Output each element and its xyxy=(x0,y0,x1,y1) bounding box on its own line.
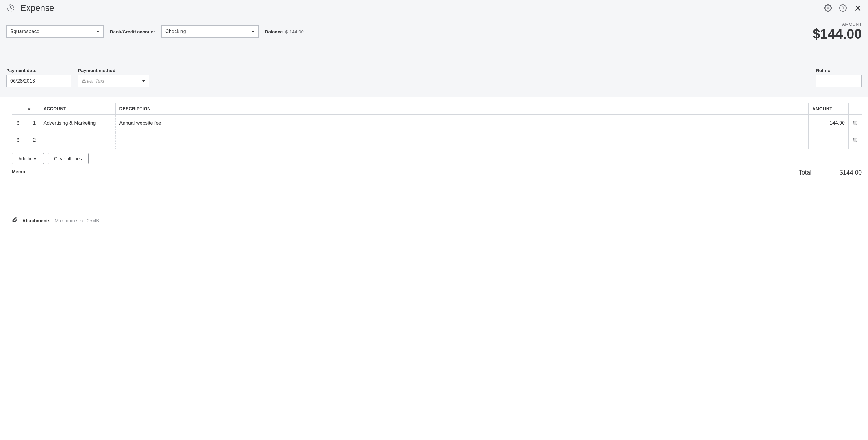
chevron-down-icon xyxy=(96,31,99,32)
clear-all-lines-button[interactable]: Clear all lines xyxy=(48,153,89,164)
help-icon[interactable] xyxy=(839,4,847,12)
payee-dropdown-button[interactable] xyxy=(92,26,103,37)
balance-display: Balance $-144.00 xyxy=(265,29,304,34)
add-lines-button[interactable]: Add lines xyxy=(12,153,44,164)
payee-input[interactable] xyxy=(6,26,92,37)
ref-no-input[interactable] xyxy=(816,75,862,87)
memo-label: Memo xyxy=(12,169,151,174)
close-icon[interactable] xyxy=(854,4,862,12)
drag-handle-icon[interactable]: ⠿ xyxy=(12,132,24,149)
page-title: Expense xyxy=(21,3,54,13)
col-header-account: ACCOUNT xyxy=(40,103,116,115)
amount-caption: AMOUNT xyxy=(813,22,862,27)
header-bar: Expense xyxy=(0,0,868,16)
table-row[interactable]: ⠿ 1 Advertising & Marketing Annual websi… xyxy=(12,115,862,132)
bank-account-label: Bank/Credit account xyxy=(110,29,155,34)
bank-account-select[interactable] xyxy=(161,25,259,38)
col-header-num: # xyxy=(24,103,40,115)
col-header-description: DESCRIPTION xyxy=(116,103,809,115)
row-num: 1 xyxy=(24,115,40,132)
row-description[interactable]: Annual website fee xyxy=(116,115,809,132)
drag-handle-icon[interactable]: ⠿ xyxy=(12,115,24,132)
svg-point-0 xyxy=(827,7,829,9)
bank-account-input[interactable] xyxy=(162,26,247,37)
payment-method-dropdown-button[interactable] xyxy=(138,75,149,87)
table-row[interactable]: ⠿ 2 xyxy=(12,132,862,149)
payment-method-input[interactable] xyxy=(78,75,138,87)
form-top-section: Bank/Credit account Balance $-144.00 AMO… xyxy=(0,16,868,97)
delete-row-button[interactable] xyxy=(849,115,862,132)
line-items-section: # ACCOUNT DESCRIPTION AMOUNT ⠿ 1 Adverti… xyxy=(0,97,868,149)
row-description[interactable] xyxy=(116,132,809,149)
payment-date-input[interactable] xyxy=(6,75,71,87)
col-header-amount: AMOUNT xyxy=(809,103,849,115)
row-account[interactable] xyxy=(40,132,116,149)
row-account[interactable]: Advertising & Marketing xyxy=(40,115,116,132)
row-num: 2 xyxy=(24,132,40,149)
memo-input[interactable] xyxy=(12,176,151,203)
bank-account-dropdown-button[interactable] xyxy=(247,26,258,37)
total-value: $144.00 xyxy=(839,169,862,176)
total-label: Total xyxy=(798,169,811,176)
row-amount[interactable]: 144.00 xyxy=(809,115,849,132)
attachments-hint: Maximum size: 25MB xyxy=(55,218,99,223)
payment-method-label: Payment method xyxy=(78,68,149,73)
attachments-label[interactable]: Attachments xyxy=(22,218,51,223)
payment-date-label: Payment date xyxy=(6,68,71,73)
payee-select[interactable] xyxy=(6,25,104,38)
line-items-table: # ACCOUNT DESCRIPTION AMOUNT ⠿ 1 Adverti… xyxy=(12,103,862,149)
row-amount[interactable] xyxy=(809,132,849,149)
delete-row-button[interactable] xyxy=(849,132,862,149)
gear-icon[interactable] xyxy=(824,4,832,12)
balance-label: Balance xyxy=(265,29,283,34)
history-icon[interactable] xyxy=(6,4,15,12)
balance-value: $-144.00 xyxy=(285,29,304,34)
chevron-down-icon xyxy=(251,31,254,32)
ref-no-label: Ref no. xyxy=(816,68,862,73)
attachment-icon[interactable] xyxy=(12,217,18,224)
payment-method-select[interactable] xyxy=(78,75,149,87)
chevron-down-icon xyxy=(142,80,145,82)
amount-value: $144.00 xyxy=(813,27,862,41)
